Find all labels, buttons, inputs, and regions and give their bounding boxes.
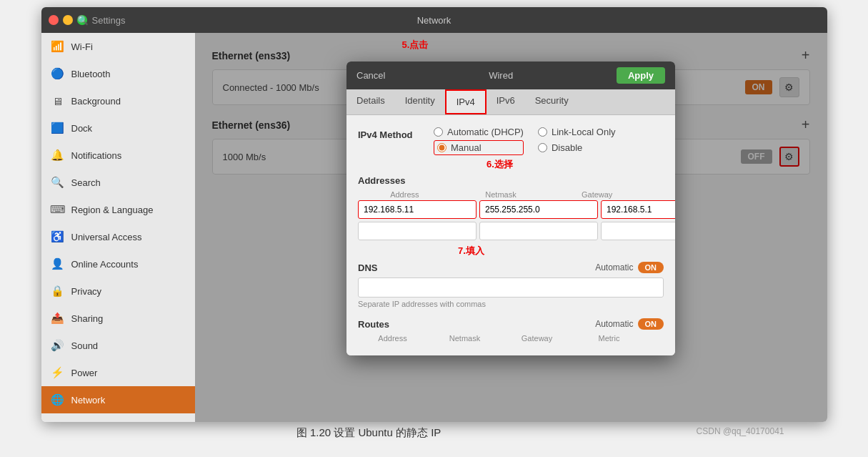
dns-title: DNS [358,262,377,273]
devices-icon: 🖨 [51,421,64,422]
sidebar-item-devices[interactable]: 🖨 Devices › [41,413,195,422]
modal-tabs: Details Identity IPv4 IPv6 Security [346,89,675,115]
sidebar-label-region: Region & Language [71,205,154,215]
step5-float-annotation: 5.点击 [402,39,429,51]
netmask-input[interactable] [479,200,598,219]
wired-modal: Cancel Wired Apply Details Identity IPv4… [346,62,675,355]
sidebar-item-region-language[interactable]: ⌨ Region & Language [41,196,195,223]
sidebar-item-background[interactable]: 🖥 Background [41,87,195,114]
sidebar-item-bluetooth[interactable]: 🔵 Bluetooth [41,60,195,87]
col-gateway-header: Gateway [550,190,644,199]
sidebar-item-wifi[interactable]: 📶 Wi-Fi [41,33,195,60]
addresses-title: Addresses [358,175,664,186]
sidebar-item-search[interactable]: 🔍 Search [41,169,195,196]
radio-manual[interactable]: Manual [434,140,524,155]
routes-toggle-area: Automatic ON [595,318,664,330]
address-input-2[interactable] [358,222,477,240]
bluetooth-icon: 🔵 [51,67,64,80]
addresses-data-row: ✕ [358,200,664,219]
dns-toggle-button[interactable]: ON [638,262,664,273]
netmask-input-2[interactable] [479,222,598,240]
online-accounts-icon: 👤 [51,257,64,270]
dns-toggle-area: Automatic ON [595,262,664,273]
sidebar-label-background: Background [71,96,121,107]
sidebar-label-dock: Dock [71,123,93,134]
routes-title: Routes [358,319,389,330]
step6-annotation: 6.选择 [487,158,664,171]
dns-automatic-label: Automatic [595,262,633,272]
sidebar-label-network: Network [71,395,106,406]
sidebar-item-sound[interactable]: 🔊 Sound [41,332,195,359]
search-sidebar-icon: 🔍 [51,176,64,189]
sidebar-label-devices: Devices [71,422,104,423]
sidebar-item-notifications[interactable]: 🔔 Notifications [41,142,195,169]
modal-titlebar: Cancel Wired Apply [346,62,675,89]
ipv4-method-row: IPv4 Method Automatic (DHCP) Link-Local … [358,127,664,155]
dns-input[interactable] [358,277,664,298]
radio-auto-dhcp[interactable]: Automatic (DHCP) [434,127,524,137]
address-input[interactable] [358,200,477,219]
sidebar-item-network[interactable]: 🌐 Network [41,386,195,413]
addresses-empty-row: + [358,222,664,240]
sidebar-item-dock[interactable]: 🟦 Dock [41,114,195,142]
modal-overlay: Cancel Wired Apply Details Identity IPv4… [195,33,827,422]
sidebar-label-universal-access: Universal Access [71,232,142,242]
radio-link-local[interactable]: Link-Local Only [538,127,628,137]
window-title: Network [417,15,452,26]
sharing-icon: 📤 [51,312,64,325]
modal-title: Wired [385,70,616,81]
modal-apply-button[interactable]: Apply [617,67,665,84]
routes-col-headers: Address Netmask Gateway Metric [358,334,664,343]
tab-ipv4[interactable]: IPv4 [445,89,487,114]
sidebar-item-power[interactable]: ⚡ Power [41,359,195,386]
sidebar-label-search: Search [71,177,101,188]
figure-caption: 图 1.20 设置 Ubuntu 的静态 IP CSDN @qq_4017004… [41,426,827,440]
dns-hint: Separate IP addresses with commas [358,300,664,308]
routes-col-metric: Metric [574,334,644,343]
step7-annotation: 7.填入 [458,245,664,257]
col-address-header: Address [358,190,452,199]
gateway-input-2[interactable] [601,222,675,240]
power-icon: ⚡ [51,366,64,379]
sound-icon: 🔊 [51,339,64,352]
sidebar-item-online-accounts[interactable]: 👤 Online Accounts [41,250,195,277]
sidebar-label-sound: Sound [71,340,99,351]
main-panel: 3. 点击 Ethernet (ens33) + Connected - 100… [195,33,827,422]
modal-body: IPv4 Method Automatic (DHCP) Link-Local … [346,115,675,355]
sidebar-label-sharing: Sharing [71,313,104,324]
close-button[interactable] [49,15,59,25]
universal-access-icon: ♿ [51,230,64,243]
sidebar-label-online-accounts: Online Accounts [71,259,139,270]
background-icon: 🖥 [51,94,64,107]
ipv4-method-label: IPv4 Method [358,127,422,140]
routes-section: Routes Automatic ON Address Netmask Gate… [358,318,664,343]
col-netmask-header: Netmask [454,190,548,199]
modal-cancel-button[interactable]: Cancel [356,70,385,81]
notifications-icon: 🔔 [51,149,64,162]
minimize-button[interactable] [63,15,73,25]
routes-toggle-button[interactable]: ON [638,318,664,330]
tab-identity[interactable]: Identity [395,89,445,114]
radio-disable[interactable]: Disable [538,140,628,155]
ipv4-method-options: Automatic (DHCP) Link-Local Only Manual … [434,127,628,155]
tab-details[interactable]: Details [346,89,395,114]
routes-automatic-label: Automatic [595,319,633,329]
sidebar: 📶 Wi-Fi 🔵 Bluetooth 🖥 Background 🟦 Dock … [41,33,195,422]
sidebar-label-wifi: Wi-Fi [71,41,93,52]
routes-col-gateway: Gateway [502,334,572,343]
addresses-section: Addresses Address Netmask Gateway [358,175,664,240]
network-icon: 🌐 [51,393,64,406]
gateway-input[interactable] [601,200,675,219]
main-window: 🔍 Settings Network 📶 Wi-Fi 🔵 Bluetooth 🖥… [41,7,827,422]
sidebar-item-sharing[interactable]: 📤 Sharing [41,305,195,332]
dns-header: DNS Automatic ON [358,262,664,273]
region-icon: ⌨ [51,203,64,216]
tab-ipv6[interactable]: IPv6 [487,89,525,114]
routes-col-address: Address [358,334,427,343]
tab-security[interactable]: Security [525,89,579,114]
figure-caption-text: 图 1.20 设置 Ubuntu 的静态 IP [296,426,442,438]
sidebar-item-privacy[interactable]: 🔒 Privacy [41,277,195,305]
sidebar-item-universal-access[interactable]: ♿ Universal Access [41,223,195,250]
addresses-header: Address Netmask Gateway [358,190,664,199]
privacy-icon: 🔒 [51,285,64,298]
